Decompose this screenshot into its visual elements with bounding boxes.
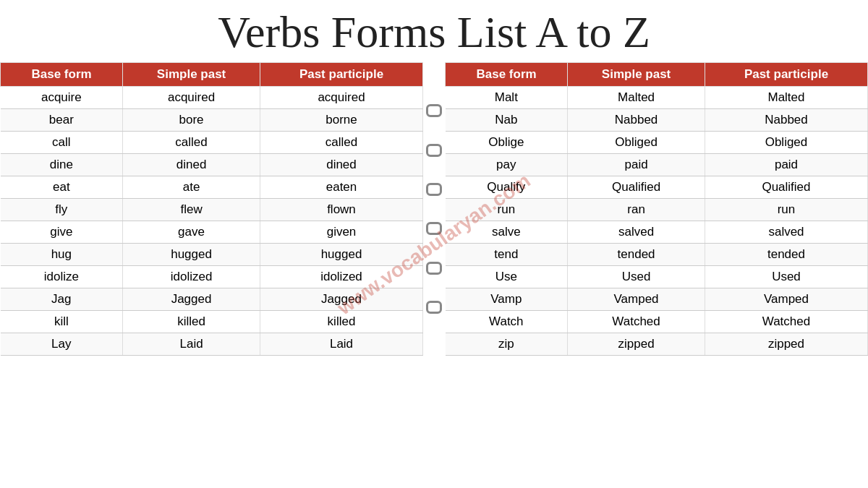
table-cell: Laid [260,333,422,356]
table-cell: Qualify [446,176,568,199]
table-cell: Watched [705,311,867,333]
table-cell: killed [123,311,260,333]
right-col-header-3: Past participle [705,63,867,87]
table-cell: dine [1,154,123,176]
table-cell: idolized [123,266,260,288]
table-cell: called [260,132,422,154]
table-row: paypaidpaid [446,154,868,176]
table-cell: flown [260,199,422,221]
table-row: WatchWatchedWatched [446,311,868,333]
table-cell: fly [1,199,123,221]
table-cell: gave [123,221,260,244]
table-cell: acquired [260,87,422,109]
table-cell: tended [568,244,705,266]
right-table: Base form Simple past Past participle Ma… [445,62,868,356]
table-cell: salved [568,221,705,244]
table-cell: zip [446,333,568,356]
table-row: QualifyQualifiedQualified [446,176,868,199]
table-cell: run [705,199,867,221]
table-row: bearboreborne [1,109,423,132]
table-cell: salved [705,221,867,244]
table-cell: kill [1,311,123,333]
table-row: JagJaggedJagged [1,288,423,311]
table-row: tendtendedtended [446,244,868,266]
clip-6 [426,301,442,314]
table-cell: hug [1,244,123,266]
table-cell: ran [568,199,705,221]
table-cell: acquire [1,87,123,109]
table-cell: run [446,199,568,221]
table-cell: Jag [1,288,123,311]
table-row: ObligeObligedObliged [446,132,868,154]
table-cell: Vamped [568,288,705,311]
right-table-section: Base form Simple past Past participle Ma… [445,62,868,356]
table-row: hughuggedhugged [1,244,423,266]
table-row: eatateeaten [1,176,423,199]
table-cell: flew [123,199,260,221]
table-row: NabNabbedNabbed [446,109,868,132]
table-row: idolizeidolizedidolized [1,266,423,288]
table-cell: Jagged [123,288,260,311]
table-cell: zipped [705,333,867,356]
table-cell: Obliged [568,132,705,154]
table-cell: tended [705,244,867,266]
table-cell: bore [123,109,260,132]
table-cell: Used [705,266,867,288]
left-col-header-3: Past participle [260,63,422,87]
table-cell: Watched [568,311,705,333]
table-cell: Qualified [705,176,867,199]
table-cell: Nabbed [705,109,867,132]
table-row: VampVampedVamped [446,288,868,311]
table-row: killkilledkilled [1,311,423,333]
table-cell: salve [446,221,568,244]
separator [423,62,445,356]
table-cell: killed [260,311,422,333]
tables-container: Base form Simple past Past participle ac… [0,62,868,356]
table-cell: Nab [446,109,568,132]
table-row: runranrun [446,199,868,221]
clip-1 [426,104,442,117]
table-cell: Vamp [446,288,568,311]
table-cell: Vamped [705,288,867,311]
clip-5 [426,262,442,275]
table-cell: given [260,221,422,244]
table-cell: bear [1,109,123,132]
table-cell: Malt [446,87,568,109]
left-table-section: Base form Simple past Past participle ac… [0,62,423,356]
table-row: givegavegiven [1,221,423,244]
table-cell: hugged [260,244,422,266]
table-cell: give [1,221,123,244]
left-col-header-1: Base form [1,63,123,87]
table-row: flyflewflown [1,199,423,221]
table-row: salvesalvedsalved [446,221,868,244]
table-cell: ate [123,176,260,199]
clip-2 [426,144,442,157]
table-cell: Used [568,266,705,288]
table-cell: Laid [123,333,260,356]
right-col-header-2: Simple past [568,63,705,87]
table-cell: Lay [1,333,123,356]
table-cell: hugged [123,244,260,266]
table-cell: Malted [705,87,867,109]
table-cell: Jagged [260,288,422,311]
table-cell: Obliged [705,132,867,154]
table-cell: Qualified [568,176,705,199]
table-cell: idolized [260,266,422,288]
table-cell: called [123,132,260,154]
table-cell: idolize [1,266,123,288]
table-row: UseUsedUsed [446,266,868,288]
table-cell: Oblige [446,132,568,154]
table-cell: paid [568,154,705,176]
table-cell: Malted [568,87,705,109]
table-cell: pay [446,154,568,176]
page-title: Verbs Forms List A to Z [0,0,868,62]
left-col-header-2: Simple past [123,63,260,87]
left-table: Base form Simple past Past participle ac… [0,62,423,356]
table-cell: eaten [260,176,422,199]
table-row: LayLaidLaid [1,333,423,356]
table-cell: borne [260,109,422,132]
table-cell: paid [705,154,867,176]
table-row: MaltMaltedMalted [446,87,868,109]
table-row: dinedineddined [1,154,423,176]
table-cell: Use [446,266,568,288]
